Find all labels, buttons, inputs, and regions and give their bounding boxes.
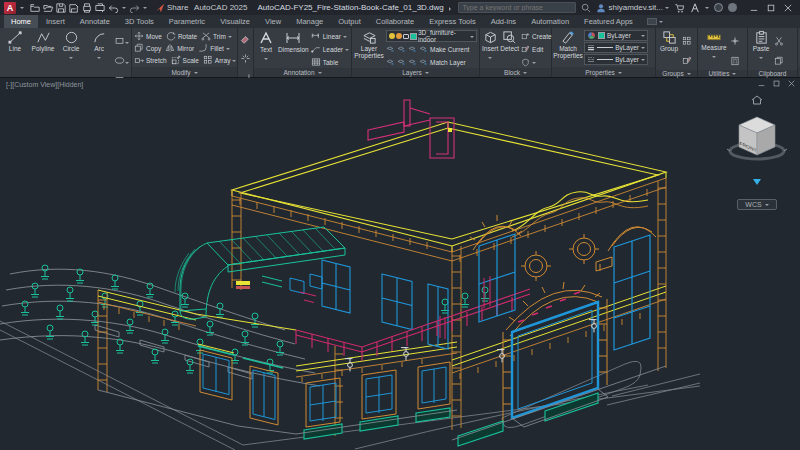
layer-tool-icon[interactable] — [408, 45, 417, 54]
color-dropdown[interactable]: ByLayer — [584, 30, 648, 41]
wcs-button[interactable]: WCS — [737, 199, 776, 210]
make-current-icon[interactable] — [419, 45, 428, 54]
array-button[interactable]: Array — [203, 54, 237, 66]
minimize-icon[interactable] — [750, 4, 758, 12]
tab-output[interactable]: Output — [331, 15, 368, 28]
print-icon[interactable] — [95, 3, 105, 13]
search-expand-icon[interactable] — [449, 7, 453, 11]
viewcube[interactable]: FRONT RIGHT WCS — [724, 91, 790, 211]
layer-freeze-icon[interactable] — [396, 33, 402, 39]
cut-button[interactable] — [774, 32, 784, 50]
tab-view[interactable]: View — [258, 15, 288, 28]
rotate-button[interactable]: Rotate — [166, 30, 197, 42]
polyline-button[interactable]: Polyline — [30, 30, 56, 53]
tab-insert[interactable]: Insert — [39, 15, 72, 28]
layer-tool-icon[interactable] — [397, 45, 406, 54]
match-layer-icon[interactable] — [419, 58, 428, 67]
tab-featured-apps[interactable]: Featured Apps — [577, 15, 640, 28]
create-button[interactable]: Create — [521, 30, 552, 42]
edit-button[interactable]: Edit — [521, 43, 552, 55]
tab-manage[interactable]: Manage — [289, 15, 330, 28]
copy-button[interactable]: Copy — [134, 42, 161, 54]
close-icon[interactable] — [784, 4, 792, 12]
copy-clip-button[interactable] — [774, 52, 784, 70]
redo-icon[interactable] — [129, 3, 140, 13]
ribbon-display-toggle[interactable] — [641, 15, 669, 28]
save-as-icon[interactable] — [69, 3, 79, 13]
panel-label-annotation[interactable]: Annotation — [254, 68, 351, 77]
plot-icon[interactable] — [82, 3, 92, 13]
fillet-button[interactable]: Fillet — [198, 42, 230, 54]
help-icon[interactable] — [714, 3, 723, 12]
tab-home[interactable]: Home — [4, 15, 38, 28]
circle-button[interactable]: Circle — [58, 30, 84, 61]
drawing-close-icon[interactable] — [788, 80, 795, 87]
apps-caret-icon[interactable] — [705, 7, 709, 11]
measure-button[interactable]: Measure — [700, 30, 728, 60]
tab-automation[interactable]: Automation — [524, 15, 576, 28]
layer-properties-button[interactable]: Layer Properties — [354, 30, 384, 60]
block-shield-button[interactable] — [521, 56, 552, 68]
share-button[interactable]: Share — [155, 3, 188, 13]
linear-button[interactable]: Linear — [311, 30, 349, 42]
cart-icon[interactable] — [674, 3, 685, 13]
layer-lock-icon[interactable] — [403, 34, 409, 39]
layer-color-chip[interactable] — [410, 33, 417, 40]
user-account[interactable]: shiyamdev.sit... — [596, 3, 669, 13]
drawing-restore-icon[interactable] — [773, 80, 780, 87]
logo-caret-icon[interactable] — [20, 7, 24, 11]
tab-annotate[interactable]: Annotate — [73, 15, 117, 28]
tab-collaborate[interactable]: Collaborate — [369, 15, 421, 28]
tab-visualize[interactable]: Visualize — [213, 15, 257, 28]
maximize-icon[interactable] — [767, 4, 775, 12]
viewcube-home-icon[interactable] — [751, 95, 763, 105]
trim-button[interactable]: Trim — [201, 30, 232, 42]
search-box[interactable] — [458, 2, 576, 13]
panel-label-modify[interactable]: Modify — [132, 67, 237, 77]
line-button[interactable]: Line — [2, 30, 28, 53]
tab-3d-tools[interactable]: 3D Tools — [118, 15, 161, 28]
tab-parametric[interactable]: Parametric — [162, 15, 212, 28]
undo-caret-icon[interactable] — [122, 7, 126, 11]
open-folder-icon[interactable] — [43, 3, 53, 13]
save-icon[interactable] — [56, 3, 66, 13]
ellipse-button[interactable] — [114, 52, 129, 70]
search-icon[interactable] — [581, 3, 591, 13]
linetype-dropdown[interactable]: ByLayer — [584, 54, 648, 65]
panel-label-groups[interactable]: Groups — [656, 70, 697, 77]
tab-add-ins[interactable]: Add-ins — [484, 15, 523, 28]
match-layer-button[interactable]: Match Layer — [430, 59, 466, 66]
quick-calc-button[interactable] — [730, 52, 740, 70]
viewcube-cube[interactable]: FRONT RIGHT — [726, 109, 788, 167]
undo-icon[interactable] — [108, 3, 119, 13]
layer-dropdown[interactable]: 3D_furniture-indoor — [386, 30, 477, 42]
layer-on-icon[interactable] — [389, 33, 395, 39]
layer-tool-icon[interactable] — [408, 58, 417, 67]
arc-button[interactable]: Arc — [86, 30, 112, 61]
panel-label-block[interactable]: Block — [480, 68, 551, 77]
erase-button[interactable] — [240, 30, 251, 48]
stretch-button[interactable]: Stretch — [134, 54, 167, 66]
leader-button[interactable]: Leader — [311, 43, 349, 55]
panel-label-clipboard[interactable]: Clipboard — [748, 70, 797, 77]
viewport-controls-label[interactable]: [-][Custom View][Hidden] — [6, 81, 83, 88]
tab-express-tools[interactable]: Express Tools — [422, 15, 483, 28]
autodesk-a-icon[interactable] — [690, 3, 700, 13]
redo-caret-icon[interactable] — [143, 7, 147, 11]
model-viewport[interactable]: [-][Custom View][Hidden] — [0, 78, 800, 450]
rectangle-button[interactable] — [114, 32, 129, 50]
dimension-button[interactable]: Dimension — [278, 30, 309, 54]
group-edit-button[interactable] — [682, 52, 692, 70]
drawing-canvas[interactable] — [0, 78, 800, 450]
layer-tool-icon[interactable] — [397, 58, 406, 67]
make-current-button[interactable]: Make Current — [430, 46, 469, 53]
id-point-button[interactable] — [730, 32, 740, 50]
lineweight-dropdown[interactable]: ByLayer — [584, 42, 648, 53]
layer-tool-icon[interactable] — [386, 45, 395, 54]
layer-dropdown-caret-icon[interactable] — [470, 36, 474, 40]
insert-button[interactable]: Insert — [482, 30, 498, 61]
text-button[interactable]: Text — [256, 30, 276, 62]
ungroup-button[interactable] — [682, 32, 692, 50]
move-button[interactable]: Move — [134, 30, 162, 42]
mirror-button[interactable]: Mirror — [165, 42, 194, 54]
